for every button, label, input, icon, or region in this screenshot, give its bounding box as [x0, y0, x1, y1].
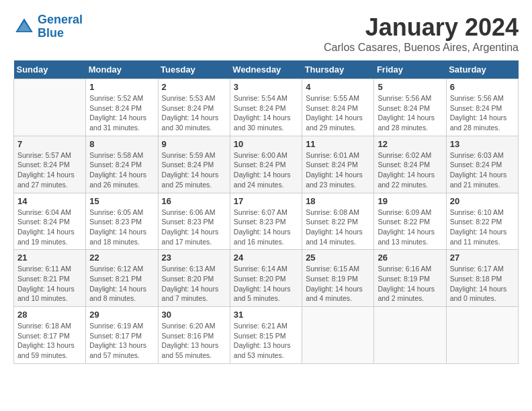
day-number: 24 — [234, 253, 298, 263]
day-info: Sunrise: 6:01 AMSunset: 8:24 PMDaylight:… — [306, 150, 370, 190]
calendar-cell: 8Sunrise: 5:58 AMSunset: 8:24 PMDaylight… — [86, 136, 158, 193]
calendar-cell: 2Sunrise: 5:53 AMSunset: 8:24 PMDaylight… — [158, 79, 230, 136]
calendar-cell: 26Sunrise: 6:16 AMSunset: 8:19 PMDayligh… — [374, 250, 446, 307]
day-number: 10 — [234, 139, 298, 149]
day-info: Sunrise: 6:13 AMSunset: 8:20 PMDaylight:… — [162, 264, 226, 304]
calendar-cell: 11Sunrise: 6:01 AMSunset: 8:24 PMDayligh… — [302, 136, 374, 193]
day-number: 5 — [378, 82, 442, 92]
calendar-cell: 19Sunrise: 6:09 AMSunset: 8:22 PMDayligh… — [374, 193, 446, 250]
day-info: Sunrise: 6:18 AMSunset: 8:17 PMDaylight:… — [17, 321, 82, 361]
calendar-cell: 7Sunrise: 5:57 AMSunset: 8:24 PMDaylight… — [14, 136, 86, 193]
day-info: Sunrise: 6:03 AMSunset: 8:24 PMDaylight:… — [450, 150, 515, 190]
calendar-cell: 9Sunrise: 5:59 AMSunset: 8:24 PMDaylight… — [158, 136, 230, 193]
day-header-tuesday: Tuesday — [158, 60, 230, 79]
day-number: 13 — [450, 139, 515, 149]
day-number: 17 — [234, 196, 298, 206]
day-number: 23 — [162, 253, 226, 263]
day-header-saturday: Saturday — [446, 60, 518, 79]
calendar-cell: 3Sunrise: 5:54 AMSunset: 8:24 PMDaylight… — [230, 79, 302, 136]
calendar-cell — [14, 79, 86, 136]
day-number: 7 — [17, 139, 82, 149]
calendar-header-row: SundayMondayTuesdayWednesdayThursdayFrid… — [14, 60, 519, 79]
day-number: 29 — [89, 310, 154, 320]
calendar-week-row: 1Sunrise: 5:52 AMSunset: 8:24 PMDaylight… — [14, 79, 519, 136]
day-info: Sunrise: 6:08 AMSunset: 8:22 PMDaylight:… — [306, 208, 370, 247]
day-info: Sunrise: 6:19 AMSunset: 8:17 PMDaylight:… — [89, 321, 154, 361]
day-info: Sunrise: 6:02 AMSunset: 8:24 PMDaylight:… — [378, 150, 442, 190]
calendar-body: 1Sunrise: 5:52 AMSunset: 8:24 PMDaylight… — [14, 79, 519, 364]
day-number: 26 — [378, 253, 442, 263]
logo-text: General Blue — [38, 13, 83, 40]
day-number: 27 — [450, 253, 515, 263]
calendar-cell — [302, 307, 374, 364]
location-subtitle: Carlos Casares, Buenos Aires, Argentina — [324, 42, 519, 54]
calendar-cell: 24Sunrise: 6:14 AMSunset: 8:20 PMDayligh… — [230, 250, 302, 307]
calendar-cell: 20Sunrise: 6:10 AMSunset: 8:22 PMDayligh… — [446, 193, 518, 250]
calendar-cell — [374, 307, 446, 364]
day-number: 12 — [378, 139, 442, 149]
day-number: 31 — [234, 310, 298, 320]
day-info: Sunrise: 6:20 AMSunset: 8:16 PMDaylight:… — [162, 321, 226, 361]
day-number: 18 — [306, 196, 370, 206]
logo-icon — [13, 16, 35, 38]
calendar-cell: 10Sunrise: 6:00 AMSunset: 8:24 PMDayligh… — [230, 136, 302, 193]
calendar-table: SundayMondayTuesdayWednesdayThursdayFrid… — [13, 60, 519, 364]
day-info: Sunrise: 6:04 AMSunset: 8:24 PMDaylight:… — [17, 208, 82, 247]
title-block: January 2024 Carlos Casares, Buenos Aire… — [324, 13, 519, 54]
month-title: January 2024 — [324, 13, 519, 42]
day-info: Sunrise: 6:05 AMSunset: 8:23 PMDaylight:… — [89, 208, 154, 247]
calendar-cell: 22Sunrise: 6:12 AMSunset: 8:21 PMDayligh… — [86, 250, 158, 307]
day-header-friday: Friday — [374, 60, 446, 79]
day-number: 8 — [89, 139, 154, 149]
day-info: Sunrise: 5:56 AMSunset: 8:24 PMDaylight:… — [450, 93, 515, 133]
day-info: Sunrise: 6:16 AMSunset: 8:19 PMDaylight:… — [378, 264, 442, 304]
calendar-cell: 4Sunrise: 5:55 AMSunset: 8:24 PMDaylight… — [302, 79, 374, 136]
day-info: Sunrise: 5:54 AMSunset: 8:24 PMDaylight:… — [234, 93, 298, 133]
calendar-week-row: 28Sunrise: 6:18 AMSunset: 8:17 PMDayligh… — [14, 307, 519, 364]
day-info: Sunrise: 6:06 AMSunset: 8:23 PMDaylight:… — [162, 208, 226, 247]
calendar-cell: 29Sunrise: 6:19 AMSunset: 8:17 PMDayligh… — [86, 307, 158, 364]
calendar-cell — [446, 307, 518, 364]
calendar-cell: 6Sunrise: 5:56 AMSunset: 8:24 PMDaylight… — [446, 79, 518, 136]
day-info: Sunrise: 5:57 AMSunset: 8:24 PMDaylight:… — [17, 150, 82, 190]
calendar-cell: 15Sunrise: 6:05 AMSunset: 8:23 PMDayligh… — [86, 193, 158, 250]
calendar-cell: 18Sunrise: 6:08 AMSunset: 8:22 PMDayligh… — [302, 193, 374, 250]
calendar-cell: 16Sunrise: 6:06 AMSunset: 8:23 PMDayligh… — [158, 193, 230, 250]
day-number: 16 — [162, 196, 226, 206]
day-number: 28 — [17, 310, 82, 320]
day-info: Sunrise: 5:59 AMSunset: 8:24 PMDaylight:… — [162, 150, 226, 190]
logo: General Blue — [13, 13, 83, 40]
day-info: Sunrise: 6:14 AMSunset: 8:20 PMDaylight:… — [234, 264, 298, 304]
calendar-cell: 5Sunrise: 5:56 AMSunset: 8:24 PMDaylight… — [374, 79, 446, 136]
calendar-cell: 27Sunrise: 6:17 AMSunset: 8:18 PMDayligh… — [446, 250, 518, 307]
calendar-cell: 30Sunrise: 6:20 AMSunset: 8:16 PMDayligh… — [158, 307, 230, 364]
day-info: Sunrise: 6:09 AMSunset: 8:22 PMDaylight:… — [378, 208, 442, 247]
calendar-cell: 17Sunrise: 6:07 AMSunset: 8:23 PMDayligh… — [230, 193, 302, 250]
day-info: Sunrise: 5:53 AMSunset: 8:24 PMDaylight:… — [162, 93, 226, 133]
day-info: Sunrise: 6:21 AMSunset: 8:15 PMDaylight:… — [234, 321, 298, 361]
day-number: 6 — [450, 82, 515, 92]
day-info: Sunrise: 6:15 AMSunset: 8:19 PMDaylight:… — [306, 264, 370, 304]
day-header-sunday: Sunday — [14, 60, 86, 79]
day-number: 20 — [450, 196, 515, 206]
day-number: 1 — [89, 82, 154, 92]
day-info: Sunrise: 6:07 AMSunset: 8:23 PMDaylight:… — [234, 208, 298, 247]
calendar-cell: 31Sunrise: 6:21 AMSunset: 8:15 PMDayligh… — [230, 307, 302, 364]
day-info: Sunrise: 6:12 AMSunset: 8:21 PMDaylight:… — [89, 264, 154, 304]
calendar-cell: 25Sunrise: 6:15 AMSunset: 8:19 PMDayligh… — [302, 250, 374, 307]
day-info: Sunrise: 5:56 AMSunset: 8:24 PMDaylight:… — [378, 93, 442, 133]
day-info: Sunrise: 5:55 AMSunset: 8:24 PMDaylight:… — [306, 93, 370, 133]
day-number: 4 — [306, 82, 370, 92]
day-number: 19 — [378, 196, 442, 206]
day-info: Sunrise: 5:58 AMSunset: 8:24 PMDaylight:… — [89, 150, 154, 190]
calendar-cell: 13Sunrise: 6:03 AMSunset: 8:24 PMDayligh… — [446, 136, 518, 193]
day-number: 30 — [162, 310, 226, 320]
calendar-cell: 21Sunrise: 6:11 AMSunset: 8:21 PMDayligh… — [14, 250, 86, 307]
day-info: Sunrise: 5:52 AMSunset: 8:24 PMDaylight:… — [89, 93, 154, 133]
page-header: General Blue January 2024 Carlos Casares… — [13, 13, 519, 54]
day-number: 25 — [306, 253, 370, 263]
day-number: 11 — [306, 139, 370, 149]
day-info: Sunrise: 6:11 AMSunset: 8:21 PMDaylight:… — [17, 264, 82, 304]
calendar-week-row: 7Sunrise: 5:57 AMSunset: 8:24 PMDaylight… — [14, 136, 519, 193]
calendar-cell: 14Sunrise: 6:04 AMSunset: 8:24 PMDayligh… — [14, 193, 86, 250]
